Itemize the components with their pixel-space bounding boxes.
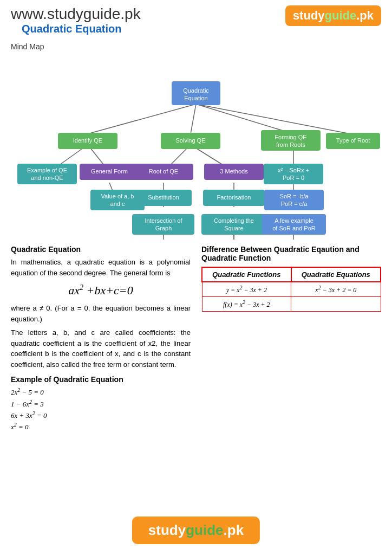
qe-heading: Quadratic Equation [11,245,191,254]
svg-text:Identify QE: Identify QE [73,137,102,144]
svg-text:and non-QE: and non-QE [31,175,63,181]
diff-heading: Difference Between Quadratic Eqaution an… [201,245,381,262]
header: www.studyguide.pk Quadratic Equation stu… [0,0,392,40]
svg-text:of SoR and PoR: of SoR and PoR [272,225,316,231]
svg-line-3 [196,104,350,134]
subtitle: Mind Map [0,40,392,55]
diff-col1-header: Quadratic Functions [202,267,291,282]
mindmap-svg: Quadratic Equation Identify QE Solving Q… [6,55,386,240]
logo-badge-top: studyguide.pk [285,5,381,26]
content-left: Quadratic Equation In mathematics, a qua… [11,245,191,370]
svg-text:from Roots: from Roots [276,141,305,148]
footer-logo: studyguide.pk [132,517,260,544]
qe-note: where a ≠ 0. (For a = 0, the equation be… [11,303,191,324]
svg-text:PoR = c/a: PoR = c/a [281,201,308,207]
svg-text:PoR = 0: PoR = 0 [283,175,304,181]
site-url-container: www.studyguide.pk Quadratic Equation [11,5,141,37]
svg-text:Completing the: Completing the [214,217,254,224]
qe-letters: The letters a, b, and c are called coeff… [11,327,191,370]
svg-text:Graph: Graph [155,225,172,231]
svg-text:Square: Square [224,225,243,231]
examples-heading: Example of Quadratic Equation [11,375,381,384]
svg-text:Value of a, b: Value of a, b [101,193,134,199]
qe-body: In mathematics, a quadratic equation is … [11,257,191,278]
example-3: 6x + 3x2 = 0 [11,410,381,420]
svg-text:Example of QE: Example of QE [27,167,67,173]
content-section: Quadratic Equation In mathematics, a qua… [0,240,392,375]
logo-text-top: studyguide.pk [293,9,374,23]
svg-text:Root of QE: Root of QE [149,168,178,175]
qe-formula: ax2 +bx+c=0 [11,283,191,298]
svg-line-2 [196,104,293,134]
footer-logo-text: studyguide.pk [148,522,244,539]
site-url: www.studyguide.pk [11,5,141,23]
svg-text:Forming QE: Forming QE [275,134,306,140]
example-1: 2x2 − 5 = 0 [11,387,381,397]
example-2: 1 − 6x2 = 3 [11,399,381,409]
page-title: Quadratic Equation [11,23,141,37]
svg-text:General Form: General Form [91,168,128,175]
examples-section: Example of Quadratic Equation 2x2 − 5 = … [0,375,392,438]
svg-text:Substitution: Substitution [148,194,179,201]
svg-text:A few example: A few example [275,217,313,224]
diff-table: Quadratic Functions Quadratic Equations … [201,267,381,312]
svg-text:Solving QE: Solving QE [175,137,205,144]
svg-text:3 Methods: 3 Methods [220,168,248,175]
svg-text:Equation: Equation [184,95,207,101]
svg-text:and c: and c [110,201,125,207]
svg-text:x² – SoRx +: x² – SoRx + [278,167,309,173]
svg-text:SoR = -b/a: SoR = -b/a [280,193,309,199]
table-cell [291,297,381,312]
diff-col2-header: Quadratic Equations [291,267,381,282]
svg-text:Quadratic: Quadratic [183,87,209,94]
svg-text:Intersection of: Intersection of [145,217,182,224]
table-cell: y = x2 − 3x + 2 [202,282,291,297]
content-right: Difference Between Quadratic Eqaution an… [201,245,381,370]
svg-line-1 [191,104,196,134]
table-cell: x2 − 3x + 2 = 0 [291,282,381,297]
svg-text:Factorisation: Factorisation [217,194,251,201]
table-row: f(x) = x2 − 3x + 2 [202,297,381,312]
mindmap-container: Quadratic Equation Identify QE Solving Q… [0,55,392,240]
table-cell: f(x) = x2 − 3x + 2 [202,297,291,312]
table-row: y = x2 − 3x + 2 x2 − 3x + 2 = 0 [202,282,381,297]
example-4: x2 = 0 [11,422,381,431]
svg-text:Type of Root: Type of Root [336,137,370,144]
svg-line-0 [88,104,196,134]
